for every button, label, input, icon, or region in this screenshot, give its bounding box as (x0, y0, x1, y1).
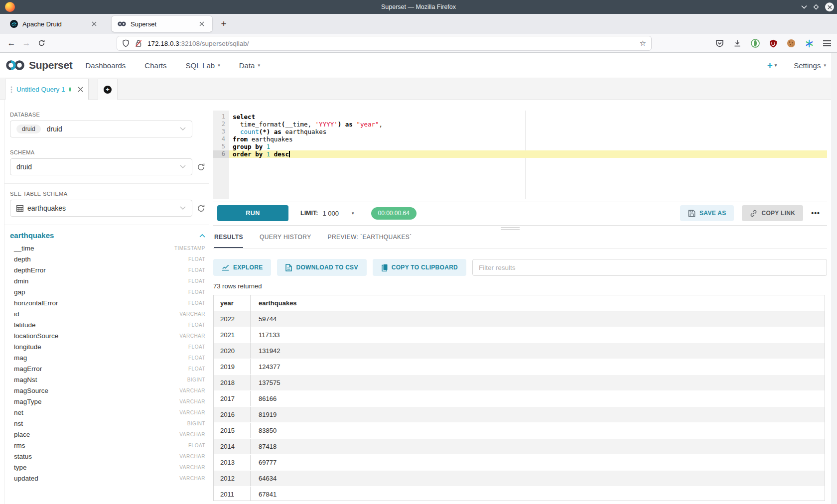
column-row: latitudeFLOAT (10, 319, 205, 330)
nav-item-data[interactable]: Data▾ (239, 61, 260, 70)
ublock-icon[interactable] (769, 39, 777, 48)
result-year: 2016 (214, 407, 251, 422)
result-year: 2017 (214, 391, 251, 406)
copy-link-button[interactable]: COPY LINK (742, 205, 803, 221)
copy-clipboard-button[interactable]: COPY TO CLIPBOARD (373, 259, 466, 276)
query-tab-active[interactable]: Untitled Query 1 (5, 79, 89, 100)
page-scrollbar[interactable] (831, 53, 837, 504)
refresh-table-icon[interactable] (197, 204, 205, 213)
back-icon[interactable]: ← (4, 38, 19, 48)
lock-insecure-icon[interactable] (135, 39, 142, 47)
limit-label: LIMIT: (300, 210, 318, 217)
tab-close-icon[interactable] (89, 18, 100, 29)
header-earthquakes[interactable]: earthquakes (251, 299, 297, 307)
sql-editor[interactable]: 123456 select time_format(__time, 'YYYY'… (213, 111, 827, 199)
url-bar[interactable]: 172.18.0.3:32108/superset/sqllab/ ☆ (117, 36, 652, 51)
code-line[interactable]: group by 1 (229, 143, 827, 150)
limit-dropdown[interactable]: LIMIT: 1 000 ▾ (300, 210, 354, 217)
tab-close-icon[interactable] (196, 18, 207, 29)
code-line[interactable]: order by 1 desc (229, 150, 827, 158)
tab-results[interactable]: RESULTS (214, 234, 243, 248)
code-line[interactable]: count(*) as earthquakes (229, 128, 827, 135)
file-icon (285, 264, 292, 271)
url-path: :32108/superset/sqllab/ (179, 40, 249, 47)
table-panel-title[interactable]: earthquakes (10, 231, 199, 240)
result-row: 201681919 (214, 407, 825, 423)
result-row: 202259744 (214, 311, 825, 327)
column-row: __timeTIMESTAMP (10, 243, 205, 253)
table-columns: __timeTIMESTAMPdepthFLOATdepthErrorFLOAT… (10, 243, 205, 484)
editor-lines: select time_format(__time, 'YYYY') as "y… (229, 113, 827, 158)
result-earthquakes: 131942 (251, 347, 280, 355)
result-year: 2020 (214, 343, 251, 359)
new-tab-button[interactable]: + (216, 16, 231, 31)
result-row: 201583850 (214, 423, 825, 439)
more-options-icon[interactable]: ••• (811, 209, 820, 217)
database-select[interactable]: druid druid (10, 121, 192, 137)
collapse-chevron-up-icon[interactable] (199, 234, 205, 238)
result-year: 2011 (214, 487, 251, 501)
downloads-icon[interactable] (733, 39, 741, 47)
nav-item-charts[interactable]: Charts (144, 61, 166, 70)
asterisk-extension-icon[interactable] (805, 39, 814, 48)
bookmark-star-icon[interactable]: ☆ (640, 39, 646, 48)
code-line[interactable]: time_format(__time, 'YYYY') as "year", (229, 121, 827, 128)
add-query-tab-button[interactable]: + (98, 79, 118, 100)
column-type: VARCHAR (179, 388, 205, 393)
settings-menu[interactable]: Settings▾ (794, 61, 826, 70)
window-minimize-icon[interactable] (801, 5, 807, 9)
results-panel: RESULTS QUERY HISTORY PREVIEW: `EARTHQUA… (213, 225, 827, 504)
column-type: FLOAT (188, 300, 205, 306)
column-row: magTypeVARCHAR (10, 396, 205, 407)
browser-tab-druid[interactable]: Apache Druid (4, 16, 105, 32)
column-name: depthError (14, 266, 188, 274)
gutter-line-number: 2 (213, 121, 229, 128)
menu-hamburger-icon[interactable] (823, 40, 831, 47)
browser-tab-title: Apache Druid (22, 20, 89, 28)
shield-icon[interactable] (122, 39, 130, 47)
divider (4, 225, 209, 225)
column-type: FLOAT (188, 344, 205, 350)
browser-urlbar: ← → 172.18.0.3:32108/superset/sqllab/ ☆ (0, 34, 837, 53)
tab-preview-earthquakes[interactable]: PREVIEW: `EARTHQUAKES` (328, 234, 412, 248)
window-close-icon[interactable] (825, 2, 834, 11)
pocket-icon[interactable] (715, 39, 724, 48)
forward-icon[interactable]: → (19, 38, 34, 48)
column-name: id (14, 310, 179, 318)
schema-value: druid (16, 163, 180, 171)
tab-query-history[interactable]: QUERY HISTORY (260, 234, 311, 248)
query-tab-close-icon[interactable] (78, 87, 83, 92)
resize-handle[interactable] (501, 227, 520, 231)
browser-tab-superset[interactable]: Superset (112, 16, 212, 32)
download-csv-button[interactable]: DOWNLOAD TO CSV (277, 259, 366, 276)
column-row: updatedVARCHAR (10, 473, 205, 484)
nav-item-dashboards[interactable]: Dashboards (85, 61, 126, 70)
run-button[interactable]: RUN (217, 205, 288, 221)
window-maximize-icon[interactable] (813, 4, 819, 10)
result-year: 2012 (214, 471, 251, 486)
code-line[interactable]: from earthquakes (229, 135, 827, 143)
result-year: 2014 (214, 439, 251, 454)
superset-logo[interactable]: Superset (5, 59, 72, 71)
cookie-extension-icon[interactable] (787, 39, 796, 48)
schema-select[interactable]: druid (10, 158, 192, 175)
save-as-button[interactable]: SAVE AS (680, 205, 734, 221)
chart-icon (222, 264, 229, 271)
reload-icon[interactable] (34, 39, 49, 47)
header-year[interactable]: year (214, 295, 251, 311)
refresh-schema-icon[interactable] (197, 163, 205, 171)
extension-privacy-icon[interactable] (751, 39, 760, 48)
add-new-button[interactable]: +▾ (767, 60, 777, 71)
table-select[interactable]: earthquakes (10, 200, 192, 217)
filter-results-input[interactable] (472, 259, 827, 276)
nav-item-sql-lab[interactable]: SQL Lab▾ (186, 61, 220, 70)
drag-dots-icon[interactable] (10, 86, 12, 93)
editor-code-area[interactable]: select time_format(__time, 'YYYY') as "y… (229, 111, 827, 199)
result-year: 2015 (214, 423, 251, 438)
explore-button[interactable]: EXPLORE (213, 259, 271, 276)
gutter-line-number: 4 (213, 135, 229, 143)
results-table-body: 2022597442021117133202013194220191243772… (214, 311, 825, 501)
column-name: nst (14, 420, 187, 427)
code-line[interactable]: select (229, 113, 827, 121)
column-row: magErrorFLOAT (10, 363, 205, 374)
